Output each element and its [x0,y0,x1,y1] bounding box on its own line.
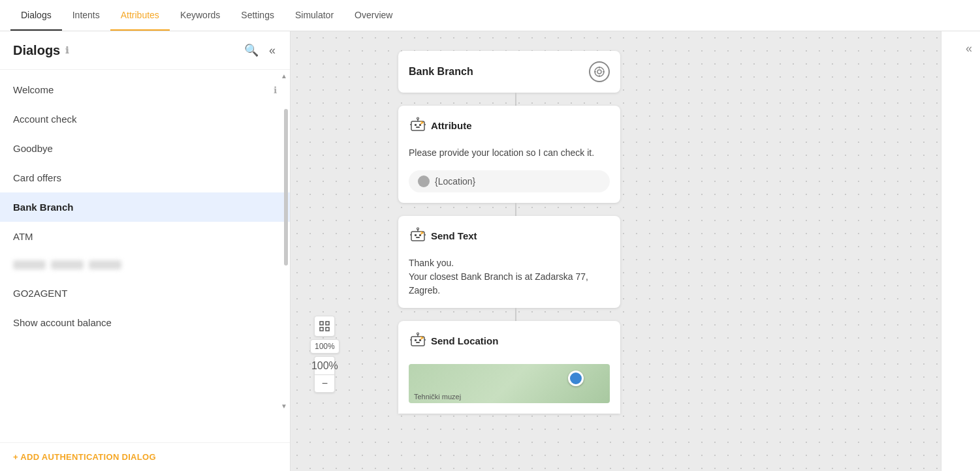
tab-overview[interactable]: Overview [344,1,403,31]
scrollbar-track [282,70,290,442]
svg-point-1 [597,70,601,74]
add-authentication-dialog-button[interactable]: + ADD AUTHENTICATION DIALOG [0,442,290,471]
tab-dialogs[interactable]: Dialogs [10,1,62,31]
sidebar-list: Welcome ℹ Account check Goodbye Card off… [0,70,290,442]
scroll-down-indicator: ▼ [281,403,287,410]
sidebar-item-label: Show account balance [13,317,112,328]
connector-1 [515,93,516,106]
svg-point-27 [417,333,419,335]
svg-point-11 [417,117,419,119]
robot-icon-attribute: Attribute [409,116,472,134]
sidebar-icons: 🔍 « [243,42,277,59]
zoom-in-button[interactable]: 100% [314,356,335,374]
svg-rect-7 [415,124,417,126]
svg-rect-32 [320,327,323,331]
cards-container: Bank Branch [398,51,633,414]
sidebar: Dialogs ℹ 🔍 « Welcome ℹ Account check Go… [0,31,291,471]
search-button[interactable]: 🔍 [243,42,260,59]
svg-rect-23 [415,339,417,341]
svg-rect-30 [320,322,323,325]
attribute-card[interactable]: Attribute Please provide your location s… [398,106,620,203]
sidebar-header: Dialogs ℹ 🔍 « [0,31,290,70]
tab-attributes[interactable]: Attributes [110,1,170,31]
info-icon: ℹ [65,45,69,55]
bank-branch-header-card[interactable]: Bank Branch [398,51,620,93]
right-panel: « [941,31,980,471]
svg-rect-33 [326,327,329,331]
send-text-card-body: Thank you. Your closest Bank Branch is a… [409,256,610,297]
svg-rect-31 [326,322,329,325]
collapse-right-button[interactable]: « [966,42,972,55]
sidebar-item-label: Bank Branch [13,202,74,213]
main-layout: Dialogs ℹ 🔍 « Welcome ℹ Account check Go… [0,31,980,471]
send-location-card[interactable]: Send Location Tehnički muzej [398,321,620,414]
top-nav: Dialogs Intents Attributes Keywords Sett… [0,0,980,31]
collapse-sidebar-button[interactable]: « [268,42,277,59]
tab-intents[interactable]: Intents [62,1,110,31]
sidebar-title-text: Dialogs [13,43,60,58]
card-header: Bank Branch [409,61,610,82]
canvas-area[interactable]: Bank Branch [291,31,941,471]
sidebar-item-account-check[interactable]: Account check [0,104,290,134]
sidebar-item-bank-branch[interactable]: Bank Branch [0,192,290,222]
scrollbar-thumb[interactable] [284,109,288,266]
zoom-out-button[interactable]: − [314,374,335,393]
zoom-controls: 100% 100% − [310,316,340,393]
send-text-card[interactable]: Send Text Thank you. Your closest Bank B… [398,216,620,308]
sidebar-item-show-account-balance[interactable]: Show account balance [0,308,290,337]
robot-icon-send-location: Send Location [409,331,498,350]
robot-icon-send-text: Send Text [409,226,477,245]
send-text-type-label: Send Text [431,230,477,241]
sidebar-item-label: Account check [13,114,77,125]
svg-rect-15 [415,234,417,236]
map-preview: Tehnički muzej [409,364,610,403]
blurred-pill-3 [89,260,121,269]
map-pin [568,371,584,386]
svg-rect-9 [416,127,420,128]
sidebar-item-goodbye[interactable]: Goodbye [0,134,290,163]
sidebar-item-label: Goodbye [13,143,53,154]
location-dot [418,175,430,187]
zoom-out-icon: − [322,378,328,389]
blurred-pill-2 [51,260,84,269]
attribute-type-label: Attribute [431,120,472,131]
sidebar-item-atm[interactable]: ATM [0,222,290,251]
sidebar-item-card-offers[interactable]: Card offers [0,163,290,192]
send-location-type-label: Send Location [431,335,498,346]
tab-simulator[interactable]: Simulator [285,1,344,31]
sidebar-item-label: ATM [13,231,33,242]
svg-point-0 [595,67,604,76]
svg-rect-25 [416,342,420,343]
welcome-info-icon: ℹ [274,85,277,95]
sidebar-item-label: Card offers [13,172,61,183]
tab-settings[interactable]: Settings [230,1,285,31]
svg-point-19 [417,228,419,230]
sidebar-item-label: GO2AGENT [13,288,67,299]
blurred-pill-1 [13,260,46,269]
sidebar-title: Dialogs ℹ [13,43,69,58]
tab-keywords[interactable]: Keywords [170,1,230,31]
connector-2 [515,203,516,216]
scroll-up-indicator: ▲ [281,72,287,80]
location-chip-label: {Location} [435,176,475,187]
location-chip: {Location} [409,170,610,192]
sidebar-item-welcome[interactable]: Welcome ℹ [0,75,290,104]
card-title: Bank Branch [409,66,473,78]
zoom-level-label: 100% [310,339,340,354]
sidebar-item-go2agent[interactable]: GO2AGENT [0,279,290,308]
map-label: Tehnički muzej [414,393,461,401]
target-icon [589,61,610,82]
svg-rect-17 [416,237,420,238]
blurred-sidebar-items [0,251,290,279]
attribute-card-body: Please provide your location so I can ch… [409,146,610,160]
zoom-fit-button[interactable] [314,316,335,337]
sidebar-item-label: Welcome [13,84,54,95]
connector-3 [515,308,516,321]
